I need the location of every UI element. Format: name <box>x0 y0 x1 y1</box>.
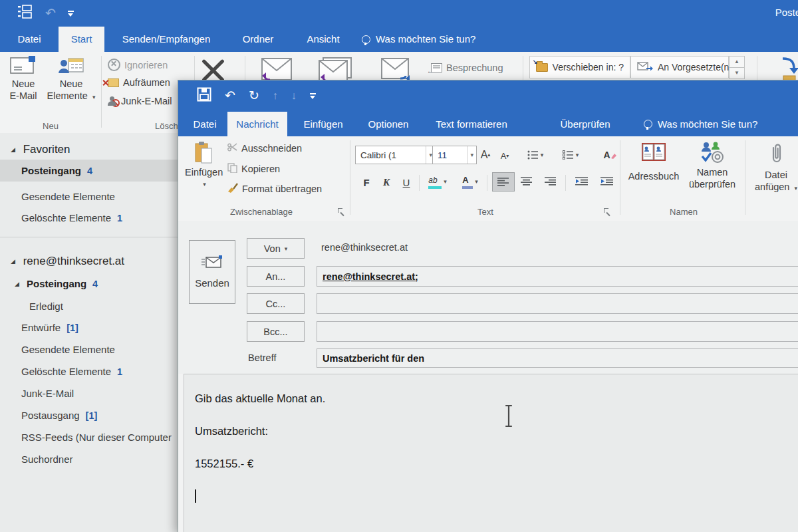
grow-font-button[interactable]: A▴ <box>476 146 495 164</box>
rules-arrow-icon[interactable] <box>781 56 798 84</box>
clipboard-dialog-launcher-icon[interactable] <box>338 208 344 215</box>
clear-formatting-button[interactable]: A <box>600 146 620 164</box>
from-button[interactable]: Von▾ <box>247 238 305 259</box>
check-names-button[interactable]: Namen überprüfen <box>684 142 741 190</box>
align-right-icon <box>545 177 557 186</box>
align-right-button[interactable] <box>540 172 561 190</box>
send-icon <box>201 255 223 271</box>
to-button[interactable]: An... <box>247 266 305 287</box>
compose-ribbon-tabs: Datei Nachricht Einfügen Optionen Text f… <box>178 112 798 136</box>
account-header[interactable]: ◢ rene@thinksecret.at <box>0 250 199 273</box>
numbering-button[interactable]: ▾ <box>555 146 587 164</box>
main-titlebar: ↶ Poste <box>0 0 798 27</box>
favorites-header[interactable]: ◢ Favoriten <box>0 138 199 161</box>
main-tab-ansicht[interactable]: Ansicht <box>297 27 350 52</box>
compose-tab-einfuegen[interactable]: Einfügen <box>298 112 348 136</box>
main-ribbon-tabs: Datei Start Senden/Empfangen Ordner Ansi… <box>0 27 798 52</box>
text-dialog-launcher-icon[interactable] <box>604 208 610 215</box>
main-tab-datei[interactable]: Datei <box>12 27 47 52</box>
compose-tab-optionen[interactable]: Optionen <box>362 112 415 136</box>
compose-tellme[interactable]: Was möchten Sie tun? <box>644 112 757 136</box>
font-name-combo[interactable]: Calibri (1 ▾ <box>355 146 436 164</box>
to-manager-icon <box>637 62 653 73</box>
body-line: Umsatzbericht: <box>195 423 798 440</box>
bold-button[interactable]: F <box>358 174 375 192</box>
sidebar-item-posteingang[interactable]: ◢ Posteingang4 <box>0 273 203 295</box>
cc-field[interactable] <box>317 293 798 314</box>
format-painter-button[interactable]: Format übertragen <box>227 183 322 195</box>
font-size-combo[interactable]: 11 ▾ <box>432 146 477 164</box>
redo-icon[interactable]: ↻ <box>249 87 259 104</box>
compose-titlebar: ↶ ↻ ↑ ↓ <box>178 80 798 112</box>
meeting-button[interactable]: Besprechung <box>431 63 503 73</box>
align-left-icon <box>497 178 509 186</box>
shrink-font-button[interactable]: A▾ <box>496 147 513 165</box>
compose-tab-datei[interactable]: Datei <box>188 112 222 136</box>
main-tab-senden-empfangen[interactable]: Senden/Empfangen <box>114 27 218 52</box>
cleanup-button[interactable]: Aufräumen <box>108 77 170 88</box>
ibeam-cursor <box>503 404 515 431</box>
align-center-icon <box>521 177 533 186</box>
font-color-button[interactable]: A ▾ <box>456 172 484 190</box>
align-left-button[interactable] <box>492 172 515 192</box>
junk-button[interactable]: Junk-E-Mail <box>108 96 172 106</box>
bullets-button[interactable]: ▾ <box>520 146 551 164</box>
customize-quick-access-icon[interactable] <box>68 11 74 17</box>
quickstep-move-to[interactable]: Verschieben in: ? <box>529 56 630 78</box>
font-color-icon: A <box>462 174 473 189</box>
collapse-triangle-icon: ◢ <box>15 281 19 287</box>
cc-button[interactable]: Cc... <box>247 293 305 314</box>
paperclip-icon <box>750 142 798 169</box>
customize-quick-access-icon[interactable] <box>310 93 316 99</box>
compose-form: Senden Von▾ rene@thinksecret.at An... re… <box>178 221 798 374</box>
previous-item-icon[interactable]: ↑ <box>273 87 278 104</box>
compose-tab-nachricht[interactable]: Nachricht <box>227 112 287 136</box>
next-item-icon[interactable]: ↓ <box>291 87 297 104</box>
paste-button[interactable]: Einfügen ▾ <box>185 142 222 188</box>
delete-button[interactable] <box>201 56 225 80</box>
group-label-text: Text <box>355 207 616 217</box>
undo-icon[interactable]: ↶ <box>45 5 56 22</box>
junk-icon <box>108 96 117 106</box>
gallery-scroll-down[interactable]: ▼ <box>729 67 745 79</box>
bcc-button[interactable]: Bcc... <box>247 321 305 342</box>
paste-icon <box>185 142 222 166</box>
main-tab-start[interactable]: Start <box>59 27 104 52</box>
compose-tab-text-formatieren[interactable]: Text formatieren <box>428 112 515 136</box>
send-receive-icon[interactable] <box>17 5 33 22</box>
new-email-button[interactable]: Neue E-Mail <box>4 56 43 102</box>
send-button[interactable]: Senden <box>189 240 235 304</box>
copy-button[interactable]: Kopieren <box>227 163 280 175</box>
decrease-indent-button[interactable] <box>571 172 593 190</box>
underline-button[interactable]: U <box>398 174 415 192</box>
to-recipient[interactable]: rene@thinksecret.at; <box>323 271 418 282</box>
undo-icon[interactable]: ↶ <box>225 87 235 104</box>
new-email-icon <box>4 56 43 78</box>
quickstep-to-manager[interactable]: An Vorgesetzte(n) <box>630 56 729 78</box>
check-names-icon <box>684 142 741 166</box>
save-icon[interactable] <box>197 87 211 104</box>
new-items-button[interactable]: Neue Elemente ▾ <box>45 56 97 103</box>
bcc-field[interactable] <box>317 321 798 342</box>
collapse-triangle-icon: ◢ <box>11 146 15 153</box>
ignore-button[interactable]: Ignorieren <box>108 59 168 71</box>
cut-button[interactable]: Ausschneiden <box>227 143 302 154</box>
to-field[interactable]: rene@thinksecret.at; <box>317 266 798 287</box>
address-book-button[interactable]: Adressbuch <box>626 142 681 182</box>
format-painter-icon <box>227 183 238 195</box>
align-center-button[interactable] <box>516 172 537 190</box>
main-tab-ordner[interactable]: Ordner <box>231 27 285 52</box>
copy-icon <box>227 163 237 175</box>
group-label-neu: Neu <box>4 121 97 131</box>
attach-file-button[interactable]: Datei anfügen ▾ <box>750 142 798 194</box>
main-tellme[interactable]: Was möchten Sie tun? <box>362 27 475 52</box>
message-body[interactable]: Gib das aktuelle Monat an. Umsatzbericht… <box>184 374 798 532</box>
subject-field[interactable]: Umsatzbericht für den <box>317 348 798 368</box>
increase-indent-icon <box>600 177 614 186</box>
increase-indent-button[interactable] <box>596 172 618 190</box>
gallery-scroll-up[interactable]: ▲ <box>729 56 745 68</box>
italic-button[interactable]: K <box>378 174 395 192</box>
compose-tab-ueberpruefen[interactable]: Überprüfen <box>552 112 618 136</box>
highlight-button[interactable]: ab ▾ <box>423 172 452 190</box>
paste-dropdown-icon[interactable]: ▾ <box>187 181 222 188</box>
